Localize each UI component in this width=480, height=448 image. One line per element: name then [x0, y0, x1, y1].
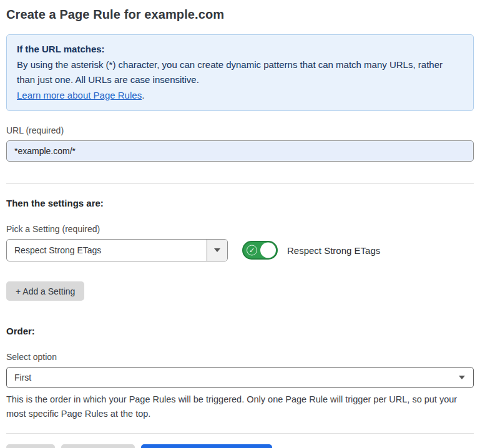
info-link-row: Learn more about Page Rules.: [17, 88, 463, 104]
setting-toggle-label: Respect Strong ETags: [287, 245, 380, 256]
save-and-deploy-button[interactable]: Save and Deploy Page Rule: [141, 444, 272, 448]
info-box-heading: If the URL matches:: [17, 42, 463, 57]
settings-heading: Then the settings are:: [6, 198, 474, 208]
url-match-info-box: If the URL matches: By using the asteris…: [6, 34, 474, 111]
cancel-button[interactable]: Cancel: [6, 444, 55, 448]
select-option-label: Select option: [6, 352, 474, 362]
add-setting-button[interactable]: + Add a Setting: [6, 281, 84, 301]
section-divider: [6, 183, 474, 184]
learn-more-link[interactable]: Learn more about Page Rules: [17, 90, 142, 100]
order-heading: Order:: [6, 326, 474, 336]
footer-divider: [6, 433, 474, 434]
order-select-value: First: [7, 373, 459, 382]
url-label: URL (required): [6, 125, 474, 135]
toggle-knob: [260, 243, 276, 258]
setting-row: Respect Strong ETags ✓ Respect Strong ET…: [6, 239, 474, 261]
url-input[interactable]: [6, 140, 474, 162]
setting-select-value: Respect Strong ETags: [7, 245, 207, 255]
save-as-draft-button[interactable]: Save as Draft: [61, 444, 135, 448]
setting-select-arrow-button[interactable]: [207, 240, 227, 261]
setting-toggle[interactable]: ✓: [242, 241, 278, 260]
order-select[interactable]: First: [6, 367, 474, 388]
pick-setting-label: Pick a Setting (required): [6, 224, 474, 234]
setting-toggle-group: ✓ Respect Strong ETags: [242, 241, 380, 260]
chevron-down-icon: [459, 376, 465, 379]
page-title: Create a Page Rule for example.com: [6, 7, 474, 22]
info-box-body: By using the asterisk (*) character, you…: [17, 57, 463, 88]
chevron-down-icon: [214, 248, 220, 252]
footer-actions: Cancel Save as Draft Save and Deploy Pag…: [6, 444, 474, 448]
link-period: .: [142, 90, 144, 100]
create-page-rule-form: Create a Page Rule for example.com If th…: [0, 0, 480, 448]
check-icon: ✓: [247, 245, 257, 256]
order-help-text: This is the order in which your Page Rul…: [6, 392, 474, 421]
setting-select[interactable]: Respect Strong ETags: [6, 239, 228, 261]
